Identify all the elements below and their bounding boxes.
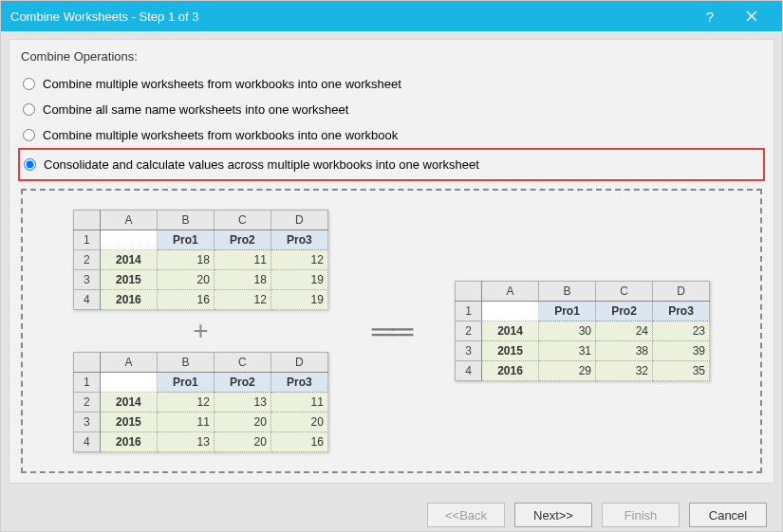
table-container: ABCD1Pro1Pro2Pro322014181112320152018194… — [73, 210, 328, 310]
dialog-window: Combine Worksheets - Step 1 of 3 ? Combi… — [0, 0, 783, 532]
header-cell: Pro1 — [157, 230, 214, 250]
button-bar: <<Back Next>> Finish Cancel — [1, 491, 782, 532]
header-cell: Pro3 — [653, 302, 710, 321]
table-container: ABCD1Pro1Pro2Pro322014302423320153138394… — [455, 281, 710, 381]
data-cell: 39 — [653, 341, 710, 361]
option-consolidate[interactable]: Consolidate and calculate values across … — [22, 152, 761, 177]
data-cell: 12 — [270, 250, 327, 270]
preview-area: ABCD1Pro1Pro2Pro322014181112320152018194… — [21, 189, 762, 473]
data-cell: 2016 — [482, 361, 539, 381]
row-header: 4 — [456, 361, 482, 381]
data-cell: 2015 — [100, 413, 157, 432]
close-icon — [746, 10, 757, 22]
equals-icon: ══ — [372, 314, 411, 349]
plus-icon: + — [193, 318, 208, 344]
data-cell: 2014 — [100, 393, 157, 413]
row-header: 1 — [456, 302, 482, 321]
close-button[interactable] — [731, 1, 773, 31]
data-cell: 19 — [270, 270, 327, 290]
corner-cell — [456, 282, 482, 302]
data-cell: 24 — [596, 321, 653, 341]
cancel-button[interactable]: Cancel — [689, 503, 767, 527]
data-cell: 19 — [270, 290, 327, 310]
col-header: B — [157, 211, 214, 230]
row-header: 3 — [456, 341, 482, 361]
data-cell: 31 — [539, 341, 596, 361]
data-cell: 13 — [157, 432, 214, 452]
titlebar: Combine Worksheets - Step 1 of 3 ? — [1, 1, 782, 31]
radio-label: Consolidate and calculate values across … — [44, 157, 479, 172]
data-cell: 18 — [214, 270, 270, 290]
data-cell: 18 — [157, 250, 214, 270]
option-combine-into-worksheet[interactable]: Combine multiple worksheets from workboo… — [21, 71, 762, 97]
radio-label: Combine multiple worksheets from workboo… — [43, 77, 401, 91]
mini-table: ABCD1Pro1Pro2Pro322014302423320153138394… — [455, 281, 710, 381]
col-header: D — [653, 282, 710, 302]
data-cell: 23 — [653, 321, 710, 341]
radio-input[interactable] — [23, 129, 35, 141]
row-header: 2 — [73, 393, 100, 413]
data-cell: 20 — [157, 270, 214, 290]
data-cell: 16 — [270, 432, 327, 452]
option-into-workbook[interactable]: Combine multiple worksheets from workboo… — [21, 122, 762, 148]
data-cell: 13 — [214, 393, 270, 413]
data-cell: 16 — [157, 290, 214, 310]
data-cell: 20 — [270, 413, 327, 432]
radio-group: Combine multiple worksheets from workboo… — [21, 71, 762, 181]
col-header: B — [157, 353, 214, 373]
col-header: C — [596, 282, 653, 302]
header-cell: Pro1 — [157, 373, 214, 393]
header-cell — [100, 373, 157, 393]
row-header: 2 — [73, 250, 100, 270]
data-cell: 29 — [539, 361, 596, 381]
header-cell: Pro3 — [270, 230, 327, 250]
col-header: D — [270, 353, 327, 373]
row-header: 4 — [73, 290, 100, 310]
col-header: A — [482, 282, 539, 302]
option-same-name[interactable]: Combine all same name worksheets into on… — [21, 97, 762, 122]
row-header: 3 — [73, 270, 100, 290]
data-cell: 11 — [157, 413, 214, 432]
radio-input[interactable] — [23, 78, 35, 90]
section-label: Combine Operations: — [21, 49, 762, 64]
header-cell: Pro1 — [539, 302, 596, 321]
data-cell: 2016 — [100, 432, 157, 452]
next-button[interactable]: Next>> — [514, 503, 592, 527]
corner-cell — [73, 353, 100, 373]
col-header: C — [214, 353, 270, 373]
data-cell: 2015 — [482, 341, 539, 361]
header-cell: Pro3 — [270, 373, 327, 393]
finish-button[interactable]: Finish — [602, 503, 680, 527]
mini-table: ABCD1Pro1Pro2Pro322014181112320152018194… — [73, 210, 328, 310]
col-header: A — [100, 353, 157, 373]
col-header: B — [539, 282, 596, 302]
data-cell: 35 — [653, 361, 710, 381]
radio-input[interactable] — [23, 103, 35, 116]
col-header: C — [214, 211, 270, 230]
data-cell: 2015 — [100, 270, 157, 290]
data-cell: 2014 — [482, 321, 539, 341]
radio-label: Combine all same name worksheets into on… — [43, 102, 348, 117]
data-cell: 11 — [270, 393, 327, 413]
col-header: D — [270, 211, 327, 230]
data-cell: 30 — [539, 321, 596, 341]
radio-input[interactable] — [24, 158, 36, 171]
data-cell: 32 — [596, 361, 653, 381]
highlighted-option: Consolidate and calculate values across … — [18, 148, 765, 181]
back-button[interactable]: <<Back — [427, 503, 505, 527]
header-cell: Pro2 — [214, 230, 270, 250]
left-tables: ABCD1Pro1Pro2Pro322014181112320152018194… — [73, 210, 328, 452]
data-cell: 11 — [214, 250, 270, 270]
data-cell: 12 — [157, 393, 214, 413]
data-cell: 20 — [214, 432, 270, 452]
row-header: 4 — [73, 432, 100, 452]
data-cell: 2016 — [100, 290, 157, 310]
header-cell: Pro2 — [596, 302, 653, 321]
row-header: 3 — [73, 413, 100, 432]
help-button[interactable]: ? — [689, 1, 731, 31]
row-header: 2 — [456, 321, 482, 341]
window-title: Combine Worksheets - Step 1 of 3 — [10, 9, 689, 24]
data-cell: 20 — [214, 413, 270, 432]
row-header: 1 — [73, 373, 100, 393]
radio-label: Combine multiple worksheets from workboo… — [43, 128, 398, 142]
